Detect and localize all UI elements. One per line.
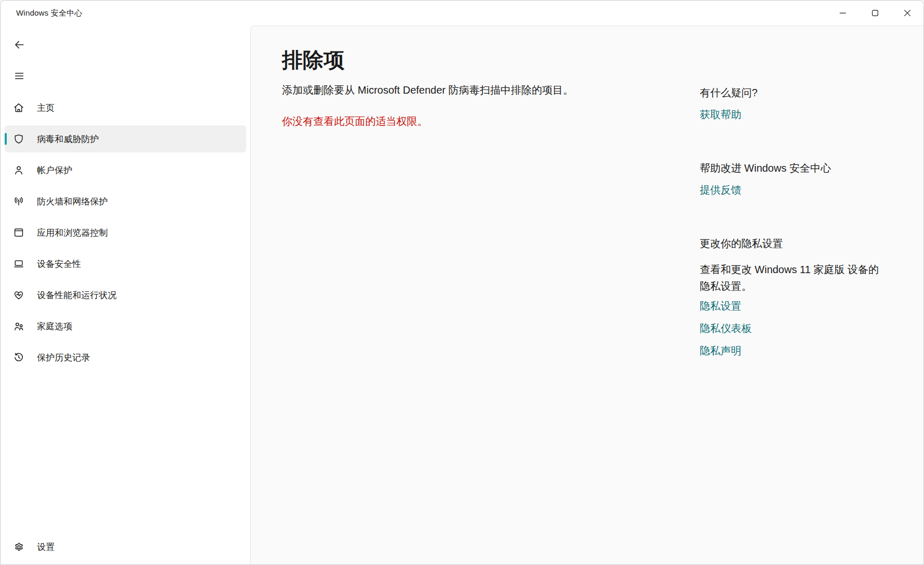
privacy-description: 查看和更改 Windows 11 家庭版 设备的隐私设置。 [700, 261, 887, 294]
family-icon [12, 320, 25, 332]
sidebar-item[interactable]: 设备安全性 [5, 250, 246, 277]
sidebar-item-label: 帐户保护 [37, 164, 72, 176]
shield-icon [12, 133, 25, 145]
maximize-button[interactable] [859, 1, 891, 25]
sidebar-item-label: 病毒和威胁防护 [37, 133, 99, 145]
privacy-settings-link[interactable]: 隐私设置 [700, 299, 741, 313]
permission-error-text: 你没有查看此页面的适当权限。 [282, 114, 428, 129]
sidebar-item-label: 设备性能和运行状况 [37, 289, 117, 301]
improve-heading: 帮助改进 Windows 安全中心 [700, 161, 831, 175]
get-help-link[interactable]: 获取帮助 [700, 108, 741, 122]
page-title: 排除项 [282, 46, 344, 74]
sidebar-item[interactable]: 主页 [5, 94, 246, 121]
sidebar-item-label: 主页 [37, 102, 55, 114]
home-icon [12, 101, 25, 114]
health-icon [12, 289, 25, 301]
sidebar-item[interactable]: 病毒和威胁防护 [5, 125, 246, 152]
privacy-dashboard-link[interactable]: 隐私仪表板 [700, 322, 752, 336]
questions-heading: 有什么疑问? [700, 86, 758, 100]
sidebar-item-label: 保护历史记录 [37, 352, 90, 364]
provide-feedback-link[interactable]: 提供反馈 [700, 183, 741, 197]
settings-label: 设置 [37, 541, 55, 553]
maximize-icon [871, 9, 879, 17]
menu-button[interactable] [12, 69, 27, 83]
sidebar-item-label: 设备安全性 [37, 258, 81, 270]
sidebar-item[interactable]: 防火墙和网络保护 [5, 188, 246, 215]
sidebar: 主页病毒和威胁防护帐户保护防火墙和网络保护应用和浏览器控制设备安全性设备性能和运… [1, 25, 250, 564]
back-button[interactable] [12, 37, 27, 52]
nav-list: 主页病毒和威胁防护帐户保护防火墙和网络保护应用和浏览器控制设备安全性设备性能和运… [5, 94, 246, 375]
sidebar-item-label: 应用和浏览器控制 [37, 227, 108, 239]
sidebar-item[interactable]: 保护历史记录 [5, 344, 246, 371]
window-title: Windows 安全中心 [16, 8, 82, 18]
window-controls [827, 1, 923, 25]
gear-icon [12, 541, 25, 553]
privacy-heading: 更改你的隐私设置 [700, 237, 783, 251]
page-description: 添加或删除要从 Microsoft Defender 防病毒扫描中排除的项目。 [282, 83, 573, 97]
close-icon [904, 9, 911, 17]
person-icon [12, 164, 25, 176]
windows-security-window: Windows 安全中心 主页病毒和威胁防护帐户保护防火墙和网络保护应用和浏览器… [0, 0, 924, 565]
sidebar-item[interactable]: 家庭选项 [5, 313, 246, 340]
close-button[interactable] [891, 1, 923, 25]
sidebar-item[interactable]: 应用和浏览器控制 [5, 219, 246, 246]
minimize-button[interactable] [827, 1, 859, 25]
sidebar-item[interactable]: 设备性能和运行状况 [5, 281, 246, 309]
hamburger-icon [13, 70, 25, 82]
sidebar-item[interactable]: 帐户保护 [5, 157, 246, 184]
laptop-icon [12, 258, 25, 270]
content-pane: 排除项 添加或删除要从 Microsoft Defender 防病毒扫描中排除的… [250, 25, 923, 564]
titlebar: Windows 安全中心 [1, 1, 923, 25]
network-icon [12, 195, 25, 208]
browser-icon [12, 226, 25, 239]
back-arrow-icon [13, 38, 25, 51]
privacy-statement-link[interactable]: 隐私声明 [700, 344, 741, 358]
sidebar-item-settings[interactable]: 设置 [5, 533, 246, 560]
selection-accent-bar [5, 133, 7, 145]
history-icon [12, 351, 25, 364]
minimize-icon [839, 9, 846, 17]
sidebar-item-label: 防火墙和网络保护 [37, 196, 108, 208]
sidebar-item-label: 家庭选项 [37, 320, 72, 332]
